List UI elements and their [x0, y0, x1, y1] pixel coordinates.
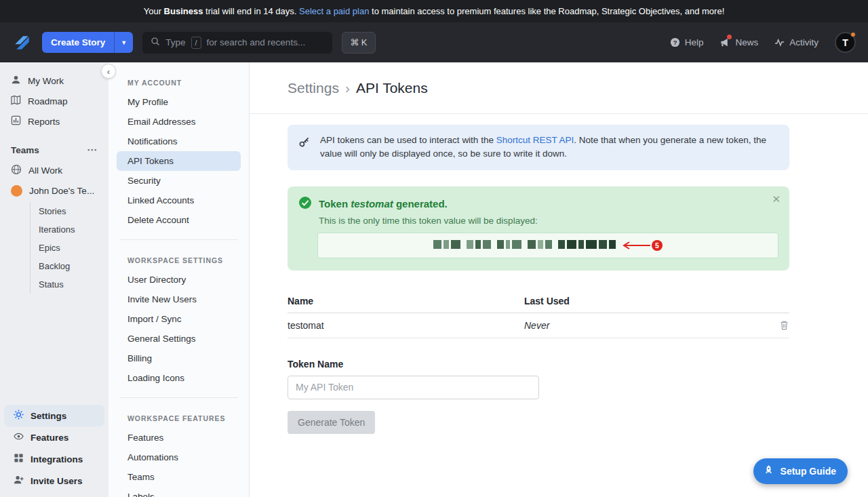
sidebar-item-stories[interactable]: Stories: [31, 202, 108, 220]
settings-nav-features[interactable]: Features: [117, 428, 241, 448]
sidebar-item-integrations[interactable]: Integrations: [4, 448, 104, 470]
teams-label: Teams: [11, 145, 39, 155]
svg-text:?: ?: [673, 39, 677, 46]
trash-icon[interactable]: [779, 320, 789, 330]
settings-nav-notifications[interactable]: Notifications: [117, 132, 241, 151]
setup-guide-button[interactable]: Setup Guide: [753, 458, 848, 484]
settings-nav-billing[interactable]: Billing: [117, 349, 241, 368]
settings-nav-api-tokens[interactable]: API Tokens: [117, 151, 241, 171]
globe-icon: [11, 164, 22, 177]
settings-nav-user-directory[interactable]: User Directory: [117, 270, 241, 290]
sidebar-item-roadmap[interactable]: Roadmap: [0, 91, 108, 111]
sidebar-item-team[interactable]: John Doe's Te...: [0, 181, 108, 201]
close-icon[interactable]: ✕: [772, 193, 781, 205]
settings-nav-section-title: MY ACCOUNT: [108, 72, 249, 92]
settings-nav-automations[interactable]: Automations: [117, 448, 241, 467]
keyboard-shortcut-badge: ⌘ K: [342, 32, 375, 54]
map-icon: [11, 95, 21, 107]
sidebar-item-my-work[interactable]: My Work: [0, 71, 108, 91]
rest-api-link[interactable]: Shortcut REST API: [496, 135, 574, 145]
create-story-caret-icon[interactable]: ▼: [114, 32, 133, 53]
banner-text: Your: [144, 6, 164, 16]
sidebar-item-settings[interactable]: Settings: [4, 405, 104, 426]
sidebar-item-backlog[interactable]: Backlog: [31, 257, 108, 275]
person-icon: [11, 75, 21, 87]
sidebar-item-label: Integrations: [31, 454, 83, 464]
help-button[interactable]: ? Help: [670, 37, 704, 47]
sidebar-item-label: My Work: [28, 76, 64, 86]
settings-nav-loading-icons[interactable]: Loading Icons: [117, 368, 241, 388]
sidebar-item-invite-users[interactable]: Invite Users: [4, 470, 104, 492]
table-row: testomat Never: [288, 313, 789, 338]
eye-icon: [14, 431, 24, 443]
settings-nav-security[interactable]: Security: [117, 171, 241, 191]
annotation-badge: 5: [652, 240, 663, 251]
settings-nav-labels[interactable]: Labels: [117, 487, 241, 497]
search-icon: [151, 37, 160, 48]
create-story-label: Create Story: [42, 32, 114, 53]
settings-nav-section-title: WORKSPACE FEATURES: [108, 407, 249, 428]
megaphone-icon: [719, 37, 730, 47]
sidebar-item-label: Reports: [28, 117, 60, 127]
settings-nav: MY ACCOUNT My Profile Email Addresses No…: [108, 62, 250, 497]
breadcrumb-separator: ›: [345, 80, 350, 96]
select-paid-plan-link[interactable]: Select a paid plan: [299, 6, 369, 16]
sidebar-item-iterations[interactable]: Iterations: [31, 220, 108, 239]
slash-key-hint: /: [191, 37, 201, 49]
settings-nav-section-title: WORKSPACE SETTINGS: [108, 250, 249, 270]
token-name-input[interactable]: [288, 376, 539, 399]
avatar-status-dot: [850, 32, 856, 37]
settings-nav-import-sync[interactable]: Import / Sync: [117, 309, 241, 329]
column-header-last-used: Last Used: [524, 296, 789, 306]
sidebar-item-label: Roadmap: [28, 96, 68, 106]
help-label: Help: [685, 37, 704, 47]
page-title: API Tokens: [356, 80, 428, 96]
news-button[interactable]: News: [719, 37, 758, 47]
settings-nav-teams[interactable]: Teams: [117, 467, 241, 487]
alert-title-text: generated.: [393, 198, 448, 210]
info-text: API tokens can be used to interact with …: [320, 134, 778, 161]
generate-token-button[interactable]: Generate Token: [288, 411, 375, 434]
settings-nav-my-profile[interactable]: My Profile: [117, 92, 241, 112]
app-body: My Work Roadmap Reports Teams ⋯ All Work…: [0, 62, 868, 497]
search-input[interactable]: Type / for search and recents...: [142, 32, 332, 54]
sidebar-item-label: John Doe's Te...: [29, 186, 94, 196]
shortcut-logo[interactable]: [12, 33, 33, 53]
search-placeholder: Type: [165, 37, 185, 47]
create-token-form: Token Name Generate Token: [288, 359, 789, 434]
api-tokens-content: API tokens can be used to interact with …: [250, 114, 789, 434]
grid-icon: [14, 453, 24, 465]
sidebar-item-reports[interactable]: Reports: [0, 111, 108, 132]
sidebar-item-label: Invite Users: [31, 476, 83, 486]
settings-nav-invite-new-users[interactable]: Invite New Users: [117, 290, 241, 309]
token-name: testomat: [351, 198, 393, 210]
banner-text: to maintain access to premium features l…: [369, 6, 724, 16]
sidebar-collapse-button[interactable]: ‹: [101, 64, 116, 79]
settings-nav-linked-accounts[interactable]: Linked Accounts: [117, 191, 241, 210]
sidebar-item-features[interactable]: Features: [4, 426, 104, 448]
alert-title: Token testomat generated.: [298, 196, 778, 212]
divider: [119, 239, 238, 240]
settings-nav-email-addresses[interactable]: Email Addresses: [117, 112, 241, 132]
create-story-button[interactable]: Create Story ▼: [42, 32, 133, 53]
settings-nav-delete-account[interactable]: Delete Account: [117, 210, 241, 230]
token-value-field[interactable]: 5: [317, 233, 778, 258]
key-icon: [298, 134, 311, 161]
avatar-initial: T: [842, 37, 848, 48]
team-avatar: [11, 185, 22, 197]
settings-nav-general-settings[interactable]: General Settings: [117, 329, 241, 349]
sidebar-item-status[interactable]: Status: [31, 275, 108, 294]
column-header-name: Name: [288, 296, 524, 306]
activity-button[interactable]: Activity: [774, 37, 818, 47]
team-sub-list: Stories Iterations Epics Backlog Status: [30, 202, 108, 294]
sidebar-item-label: Settings: [31, 411, 66, 421]
sidebar-item-all-work[interactable]: All Work: [0, 160, 108, 181]
activity-icon: [774, 37, 785, 47]
teams-overflow-menu-icon[interactable]: ⋯: [87, 144, 98, 156]
banner-plan-name: Business: [164, 6, 203, 16]
breadcrumb-settings[interactable]: Settings: [288, 80, 339, 96]
sidebar-item-epics[interactable]: Epics: [31, 239, 108, 257]
user-avatar[interactable]: T: [835, 32, 856, 53]
activity-label: Activity: [789, 37, 818, 47]
person-plus-icon: [14, 475, 24, 487]
